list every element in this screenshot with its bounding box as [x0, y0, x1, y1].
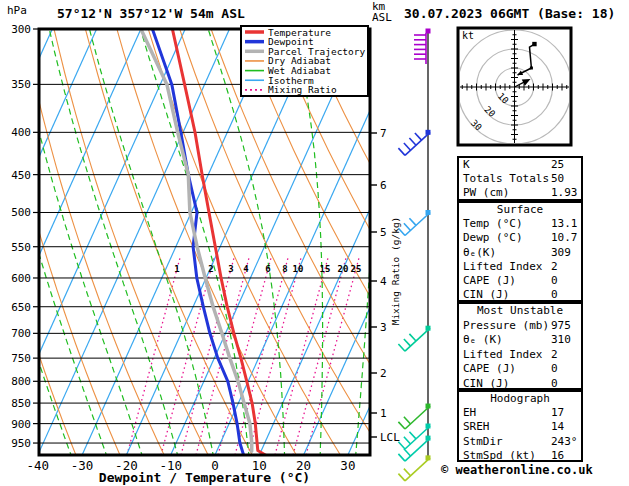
stat-label: Temp (°C)	[463, 217, 523, 230]
stat-value: 310	[551, 333, 571, 346]
mixing-ratio-value: 1	[174, 264, 179, 274]
stat-label: θₑ(K)	[463, 246, 496, 259]
altitude-tick-label: 3	[380, 321, 387, 334]
altitude-tick-label: 5	[380, 226, 387, 239]
altitude-tick-label: 6	[380, 179, 387, 192]
stat-value: 13.1	[551, 217, 578, 230]
stat-row: CAPE (J)0	[459, 274, 581, 288]
stats-table-indices: K25Totals Totals50PW (cm)1.93	[457, 156, 583, 201]
stat-value: 10.7	[551, 231, 578, 244]
stat-row: Totals Totals50	[459, 172, 581, 186]
pressure-tick-label: 550	[11, 241, 31, 254]
stat-value: 309	[551, 246, 571, 259]
stat-row: Lifted Index2	[459, 348, 581, 363]
wind-barb	[398, 326, 430, 352]
stat-label: CIN (J)	[463, 288, 509, 301]
stat-row: CIN (J)0	[459, 288, 581, 302]
pressure-tick-label: 950	[11, 437, 31, 450]
stat-row: Temp (°C)13.1	[459, 217, 581, 231]
skewt-sounding-chart: 12346810152025 3003504004505005506006507…	[0, 0, 629, 486]
pressure-tick-label: 300	[11, 23, 31, 36]
stat-label: CAPE (J)	[463, 362, 516, 375]
wind-barb	[398, 210, 430, 236]
stat-value: 243°	[551, 435, 578, 448]
pressure-axis-ticks: 3003504004505005506006507007508008509009…	[11, 23, 39, 450]
stat-value: 14	[551, 420, 564, 433]
mixing-ratio-value: 3	[228, 264, 233, 274]
stat-label: θₑ (K)	[463, 333, 503, 346]
wind-barb	[398, 130, 430, 156]
altitude-tick-label: 7	[380, 127, 387, 140]
stat-value: 975	[551, 319, 571, 332]
stats-table-header: Hodograph	[459, 392, 581, 406]
stat-value: 16	[551, 449, 564, 462]
stat-row: Pressure (mb)975	[459, 319, 581, 334]
stat-value: 0	[551, 362, 558, 375]
stat-value: 0	[551, 288, 558, 301]
mixing-ratio-value: 15	[320, 264, 331, 274]
mixing-ratio-value: 20	[338, 264, 349, 274]
stat-label: Dewp (°C)	[463, 231, 523, 244]
stat-row: Lifted Index2	[459, 260, 581, 274]
stat-label: Pressure (mb)	[463, 319, 549, 332]
stat-row: PW (cm)1.93	[459, 186, 581, 200]
stats-table-hodograph: HodographEH17SREH14StmDir243°StmSpd (kt)…	[457, 390, 583, 462]
copyright: © weatheronline.co.uk	[441, 463, 593, 477]
mixing-ratio-value: 6	[265, 264, 270, 274]
stat-row: EH17	[459, 406, 581, 420]
mixing-ratio-value: 2	[208, 264, 213, 274]
stat-label: Lifted Index	[463, 260, 542, 273]
stat-row: Dewp (°C)10.7	[459, 231, 581, 245]
pressure-tick-label: 600	[11, 272, 31, 285]
stat-label: Lifted Index	[463, 348, 542, 361]
stat-row: K25	[459, 158, 581, 172]
stats-table-header: Surface	[459, 203, 581, 217]
stats-table-most-unstable: Most UnstablePressure (mb)975θₑ (K)310Li…	[457, 302, 583, 390]
pressure-tick-label: 500	[11, 206, 31, 219]
stat-label: SREH	[463, 420, 490, 433]
stat-row: θₑ (K)310	[459, 333, 581, 348]
altitude-tick-label: 4	[380, 275, 387, 288]
lcl-label: LCL	[380, 431, 400, 444]
station-title: 57°12'N 357°12'W 54m ASL	[57, 6, 245, 21]
stat-row: StmDir243°	[459, 435, 581, 449]
x-axis-label: Dewpoint / Temperature (°C)	[39, 470, 370, 485]
stat-label: StmSpd (kt)	[463, 449, 536, 462]
stats-table-surface: SurfaceTemp (°C)13.1Dewp (°C)10.7θₑ(K)30…	[457, 201, 583, 302]
stat-value: 25	[551, 158, 564, 171]
pressure-tick-label: 900	[11, 418, 31, 431]
stat-value: 2	[551, 348, 558, 361]
stat-value: 1.93	[551, 186, 578, 199]
hodograph-panel: 102030	[458, 28, 572, 145]
stat-label: Totals Totals	[463, 172, 549, 185]
stat-value: 50	[551, 172, 564, 185]
mixing-ratio-axis-label: Mixing Ratio (g/kg)	[390, 217, 401, 326]
altitude-axis-ticks: 7654321	[370, 127, 387, 437]
altitude-axis-unit: kmASL	[372, 1, 392, 23]
pressure-tick-label: 350	[11, 78, 31, 91]
stat-row: CIN (J)0	[459, 377, 581, 392]
asl-label: ASL	[372, 11, 392, 24]
mixing-ratio-value: 8	[282, 264, 287, 274]
altitude-tick-label: 2	[380, 367, 387, 380]
stat-label: StmDir	[463, 435, 503, 448]
hodograph-unit-label: kt	[462, 30, 474, 41]
legend-item-label: Mixing Ratio	[268, 85, 337, 95]
stat-value: 17	[551, 406, 564, 419]
pressure-tick-label: 650	[11, 301, 31, 314]
stat-label: EH	[463, 406, 476, 419]
datetime-title: 30.07.2023 06GMT (Base: 18)	[404, 6, 615, 21]
pressure-axis-unit: hPa	[7, 4, 27, 17]
stat-value: 0	[551, 274, 558, 287]
stat-value: 2	[551, 260, 558, 273]
stat-label: PW (cm)	[463, 186, 509, 199]
pressure-tick-label: 400	[11, 126, 31, 139]
stat-row: SREH14	[459, 420, 581, 434]
altitude-tick-label: 1	[380, 407, 387, 420]
stat-label: CIN (J)	[463, 377, 509, 390]
stat-row: θₑ(K)309	[459, 246, 581, 260]
pressure-tick-label: 750	[11, 352, 31, 365]
mixing-ratio-value: 10	[293, 264, 304, 274]
stats-table-header: Most Unstable	[459, 304, 581, 319]
stat-label: K	[463, 158, 470, 171]
